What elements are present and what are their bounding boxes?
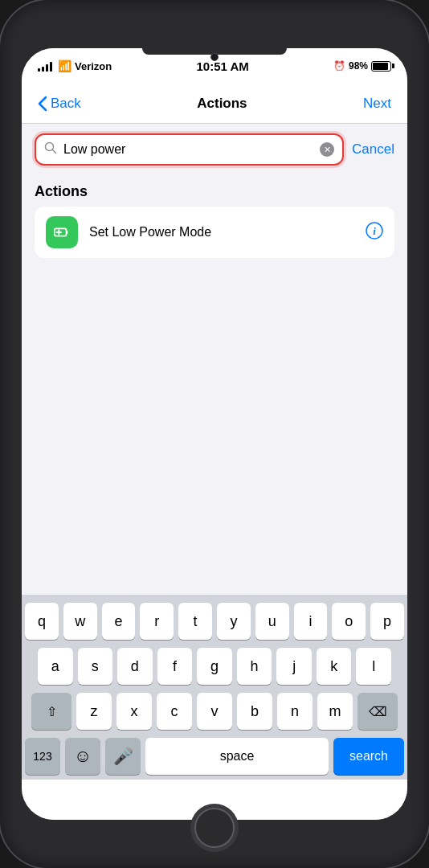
battery-fill — [373, 63, 388, 70]
battery-percent: 98% — [349, 60, 368, 72]
back-chevron-icon — [38, 96, 47, 112]
key-r[interactable]: r — [140, 603, 174, 640]
search-area: Low power ✕ Cancel — [22, 124, 407, 175]
section-header: Actions — [35, 175, 394, 207]
search-icon — [44, 141, 57, 158]
key-p[interactable]: p — [370, 603, 404, 640]
key-f[interactable]: f — [157, 648, 193, 685]
key-w[interactable]: w — [63, 603, 97, 640]
next-button[interactable]: Next — [363, 96, 391, 112]
battery-action-icon — [53, 223, 71, 241]
shift-key[interactable]: ⇧ — [31, 693, 72, 730]
key-q[interactable]: q — [25, 603, 59, 640]
key-d[interactable]: d — [117, 648, 153, 685]
camera-dot — [210, 53, 219, 61]
keyboard-row-3: ⇧ z x c v b n m ⌫ — [25, 693, 404, 730]
key-t[interactable]: t — [178, 603, 212, 640]
action-label: Set Low Power Mode — [89, 225, 354, 240]
signal-bars — [38, 60, 52, 72]
svg-text:i: i — [373, 224, 376, 236]
wifi-icon: 📶 — [58, 59, 72, 72]
keyboard-bottom-row: 123 ☺ 🎤 space search — [25, 738, 404, 775]
home-button-inner — [194, 808, 235, 848]
search-clear-button[interactable]: ✕ — [320, 142, 334, 157]
phone-frame: 📶 Verizon 10:51 AM ⏰ 98% Back Actions Ne — [0, 0, 429, 868]
actions-section: Actions Set Low Power Mode i — [22, 175, 407, 595]
screen: 📶 Verizon 10:51 AM ⏰ 98% Back Actions Ne — [22, 48, 407, 820]
keyboard-row-2: a s d f g h j k l — [25, 648, 404, 685]
nav-bar: Back Actions Next — [22, 84, 407, 124]
key-m[interactable]: m — [317, 693, 353, 730]
key-i[interactable]: i — [294, 603, 328, 640]
numbers-key[interactable]: 123 — [25, 738, 60, 775]
keyboard: q w e r t y u i o p a s d f g h j k — [22, 595, 407, 780]
action-info-button[interactable]: i — [366, 222, 383, 244]
search-bar[interactable]: Low power ✕ — [35, 133, 344, 166]
action-item-set-low-power-mode[interactable]: Set Low Power Mode i — [35, 207, 394, 258]
key-b[interactable]: b — [237, 693, 272, 730]
key-c[interactable]: c — [157, 693, 192, 730]
back-button[interactable]: Back — [38, 96, 81, 112]
mic-key[interactable]: 🎤 — [105, 738, 141, 775]
key-v[interactable]: v — [197, 693, 232, 730]
key-h[interactable]: h — [237, 648, 272, 685]
key-x[interactable]: x — [116, 693, 152, 730]
key-u[interactable]: u — [255, 603, 289, 640]
space-key[interactable]: space — [145, 738, 329, 775]
battery-icon — [371, 61, 391, 72]
key-l[interactable]: l — [356, 648, 391, 685]
key-n[interactable]: n — [277, 693, 313, 730]
action-icon — [46, 216, 78, 248]
page-title: Actions — [197, 96, 247, 112]
key-e[interactable]: e — [102, 603, 136, 640]
status-time: 10:51 AM — [196, 59, 248, 73]
carrier-name: Verizon — [75, 60, 112, 72]
key-a[interactable]: a — [38, 648, 73, 685]
back-label: Back — [51, 96, 81, 112]
status-right: ⏰ 98% — [333, 60, 391, 72]
home-button[interactable] — [190, 804, 239, 852]
key-g[interactable]: g — [197, 648, 232, 685]
search-input[interactable]: Low power — [63, 142, 313, 157]
key-z[interactable]: z — [76, 693, 112, 730]
key-k[interactable]: k — [317, 648, 352, 685]
alarm-icon: ⏰ — [333, 60, 345, 72]
status-left: 📶 Verizon — [38, 59, 112, 72]
keyboard-row-1: q w e r t y u i o p — [25, 603, 404, 640]
backspace-key[interactable]: ⌫ — [358, 693, 398, 730]
key-s[interactable]: s — [78, 648, 113, 685]
key-o[interactable]: o — [332, 603, 366, 640]
emoji-key[interactable]: ☺ — [65, 738, 100, 775]
search-key[interactable]: search — [333, 738, 404, 775]
key-y[interactable]: y — [217, 603, 251, 640]
cancel-button[interactable]: Cancel — [352, 141, 394, 158]
key-j[interactable]: j — [276, 648, 312, 685]
svg-line-1 — [53, 150, 56, 154]
